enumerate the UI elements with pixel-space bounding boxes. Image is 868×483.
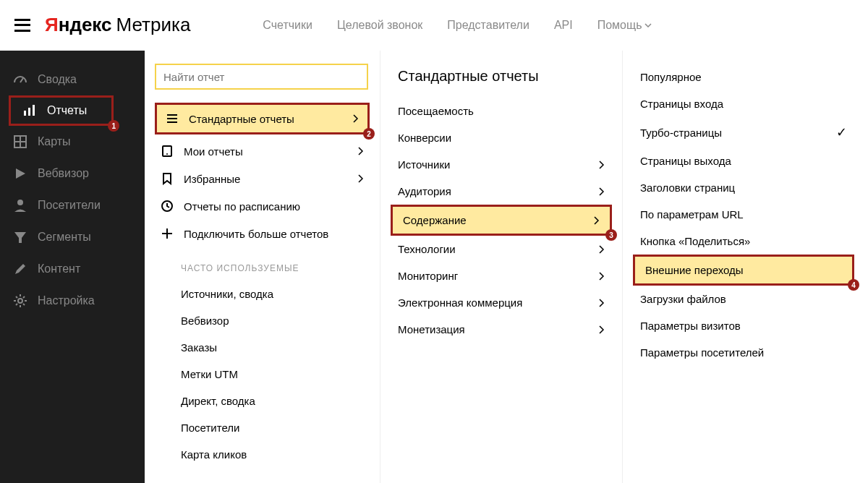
menu-favorites[interactable]: Избранные xyxy=(152,165,373,192)
search-input[interactable] xyxy=(155,64,368,90)
report-attendance[interactable]: Посещаемость xyxy=(388,98,615,124)
report-audience[interactable]: Аудитория xyxy=(388,178,615,205)
content-exit-pages[interactable]: Страницы выхода xyxy=(630,148,857,174)
sidebar-item-label: Вебвизор xyxy=(38,167,89,180)
svg-line-0 xyxy=(20,78,23,82)
list-label: Содержание xyxy=(403,214,467,226)
report-content[interactable]: Содержание xyxy=(391,205,612,236)
report-monetization[interactable]: Монетизация xyxy=(388,316,615,343)
panel-title: Стандартные отчеты xyxy=(388,64,615,98)
content-turbo-pages[interactable]: Турбо-страницы✓ xyxy=(630,117,857,148)
bar-chart-icon xyxy=(22,103,37,118)
frequent-item[interactable]: Вебвизор xyxy=(152,307,373,334)
chevron-right-icon xyxy=(599,245,605,254)
top-nav: Счетчики Целевой звонок Представители AP… xyxy=(263,19,652,32)
gauge-icon xyxy=(13,72,27,87)
logo-andex: ндекс xyxy=(59,14,112,36)
svg-point-15 xyxy=(166,153,168,155)
logo-metrika: Метрика xyxy=(116,14,191,36)
content-popular[interactable]: Популярное xyxy=(630,64,857,90)
list-label: Технологии xyxy=(398,243,456,255)
nav-counters[interactable]: Счетчики xyxy=(263,19,312,32)
content-url-params[interactable]: По параметрам URL xyxy=(630,201,857,228)
nav-help[interactable]: Помощь xyxy=(597,19,652,32)
chevron-right-icon xyxy=(599,299,605,307)
logo[interactable]: Яндекс Метрика xyxy=(45,14,190,36)
report-sources[interactable]: Источники xyxy=(388,151,615,178)
sidebar-item-label: Сводка xyxy=(38,73,77,86)
report-ecommerce[interactable]: Электронная коммерция xyxy=(388,289,615,316)
sidebar-item-label: Карты xyxy=(38,135,71,148)
nav-target-call[interactable]: Целевой звонок xyxy=(337,19,422,32)
sidebar-item-settings[interactable]: Настройка xyxy=(0,285,145,317)
chevron-right-icon xyxy=(358,174,364,183)
sidebar-item-label: Отчеты xyxy=(47,104,87,117)
menu-scheduled-reports[interactable]: Отчеты по расписанию xyxy=(152,192,373,220)
list-label: Заголовки страниц xyxy=(640,181,735,194)
menu-my-reports[interactable]: Мои отчеты xyxy=(152,137,373,165)
list-label: Внешние переходы xyxy=(645,264,744,276)
bookmark-icon xyxy=(161,172,174,185)
sidebar-item-summary[interactable]: Сводка xyxy=(0,64,145,95)
content-entry-pages[interactable]: Страницы входа xyxy=(630,90,857,117)
person-icon xyxy=(13,198,27,213)
content-visitor-params[interactable]: Параметры посетителей xyxy=(630,339,857,366)
frequent-item[interactable]: Директ, сводка xyxy=(152,388,373,414)
list-label: Аудитория xyxy=(398,185,451,197)
menu-label: Подключить больше отчетов xyxy=(184,228,328,240)
svg-rect-3 xyxy=(33,105,35,116)
frequent-header: ЧАСТО ИСПОЛЬЗУЕМЫЕ xyxy=(152,247,373,281)
frequent-item[interactable]: Источники, сводка xyxy=(152,281,373,307)
content-subpanel: Популярное Страницы входа Турбо-страницы… xyxy=(622,51,864,483)
nav-representatives[interactable]: Представители xyxy=(447,19,529,32)
logo-y: Я xyxy=(45,14,59,36)
frequent-item[interactable]: Заказы xyxy=(152,334,373,361)
report-monitoring[interactable]: Мониторинг xyxy=(388,262,615,289)
nav-api[interactable]: API xyxy=(554,19,573,32)
sidebar-item-reports[interactable]: Отчеты xyxy=(9,95,114,126)
chevron-right-icon xyxy=(599,161,605,169)
content-page-titles[interactable]: Заголовки страниц xyxy=(630,174,857,201)
content-external-links[interactable]: Внешние переходы xyxy=(633,255,854,286)
content-share-button[interactable]: Кнопка «Поделиться» xyxy=(630,228,857,255)
clock-icon xyxy=(161,200,174,213)
report-conversions[interactable]: Конверсии xyxy=(388,124,615,151)
frequent-item[interactable]: Посетители xyxy=(152,414,373,441)
list-icon xyxy=(166,112,179,125)
report-technologies[interactable]: Технологии xyxy=(388,236,615,262)
hamburger-icon[interactable] xyxy=(14,19,30,32)
header: Яндекс Метрика Счетчики Целевой звонок П… xyxy=(0,0,868,51)
funnel-icon xyxy=(13,230,27,244)
plus-icon xyxy=(161,227,174,240)
sidebar-item-maps[interactable]: Карты xyxy=(0,126,145,158)
sidebar-item-visitors[interactable]: Посетители xyxy=(0,189,145,221)
menu-standard-reports[interactable]: Стандартные отчеты xyxy=(155,103,370,134)
content-visit-params[interactable]: Параметры визитов xyxy=(630,312,857,339)
list-label: По параметрам URL xyxy=(640,208,744,221)
nav-help-label: Помощь xyxy=(597,19,642,32)
sidebar-item-label: Сегменты xyxy=(38,231,91,244)
list-label: Посещаемость xyxy=(398,105,474,117)
sidebar-item-label: Контент xyxy=(38,262,80,275)
gear-icon xyxy=(13,294,27,308)
list-label: Монетизация xyxy=(398,323,465,335)
grid-icon xyxy=(13,134,27,149)
content-file-downloads[interactable]: Загрузки файлов xyxy=(630,286,857,312)
menu-label: Стандартные отчеты xyxy=(189,113,294,125)
chevron-right-icon xyxy=(353,114,359,123)
check-icon: ✓ xyxy=(836,124,847,140)
frequent-item[interactable]: Карта кликов xyxy=(152,441,373,468)
svg-marker-7 xyxy=(16,168,25,179)
list-label: Конверсии xyxy=(398,132,451,144)
sidebar-item-label: Посетители xyxy=(38,199,101,212)
frequent-item[interactable]: Метки UTM xyxy=(152,361,373,388)
sidebar-item-content[interactable]: Контент xyxy=(0,253,145,285)
sidebar-item-segments[interactable]: Сегменты xyxy=(0,221,145,253)
list-label: Турбо-страницы xyxy=(640,127,722,139)
pencil-icon xyxy=(13,262,27,276)
standard-reports-panel: Стандартные отчеты Посещаемость Конверси… xyxy=(380,51,622,483)
sidebar-item-webvisor[interactable]: Вебвизор xyxy=(0,158,145,189)
menu-add-reports[interactable]: Подключить больше отчетов xyxy=(152,220,373,247)
menu-label: Избранные xyxy=(184,173,240,185)
list-label: Страницы входа xyxy=(640,98,723,110)
